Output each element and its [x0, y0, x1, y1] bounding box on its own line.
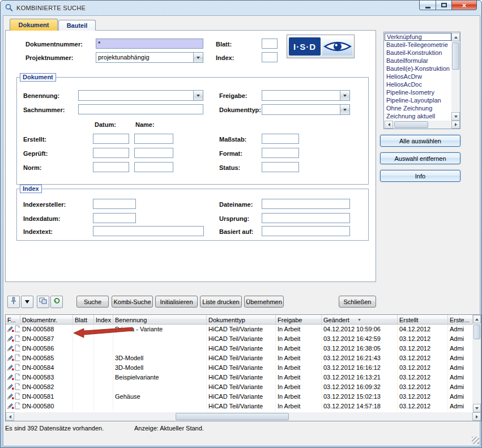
column-header-freigabe[interactable]: Freigabe	[276, 315, 322, 324]
scrollbar-thumb[interactable]	[394, 121, 428, 128]
format-input[interactable]	[262, 148, 299, 158]
freigabe-dropdown-button[interactable]	[340, 91, 349, 100]
sort-descending-icon: ▼	[357, 318, 361, 322]
table-horizontal-scrollbar[interactable]	[6, 412, 481, 421]
liste-drucken-button[interactable]: Liste drucken	[200, 296, 242, 308]
indexersteller-label: Indexersteller:	[23, 201, 66, 208]
benennung-dropdown-button[interactable]	[193, 91, 203, 100]
norm-datum-input[interactable]	[93, 162, 129, 172]
link-type-item[interactable]: Pipeline-Layoutplan	[385, 96, 451, 104]
blatt-input[interactable]	[262, 39, 278, 49]
tab-dokument[interactable]: Dokument	[10, 19, 58, 31]
basiert-auf-input[interactable]	[262, 226, 350, 236]
column-header-erstellt[interactable]: Erstellt	[398, 315, 448, 324]
dateiname-input[interactable]	[262, 199, 350, 209]
scroll-left-button[interactable]	[385, 121, 393, 129]
link-type-item[interactable]: Bauteilformular	[385, 57, 451, 65]
link-type-item[interactable]: Verknüpfung	[385, 33, 451, 41]
initialisieren-button[interactable]: Initialisieren	[155, 296, 198, 308]
result-row-DN-000588[interactable]: DN-000588Prisma - VarianteHiCAD Teil/Var…	[6, 325, 473, 334]
link-type-item[interactable]: Zeichnung aktuell	[385, 112, 451, 120]
auswahl-entfernen-button[interactable]: Auswahl entfernen	[380, 152, 460, 164]
column-header-ersteller[interactable]: Erste...	[448, 315, 473, 324]
projektnummer-dropdown-button[interactable]	[193, 53, 203, 62]
tab-bauteil[interactable]: Bauteil	[58, 20, 96, 31]
listbox-vertical-scrollbar[interactable]	[451, 33, 460, 121]
status-input[interactable]	[262, 162, 299, 172]
minimize-button[interactable]	[419, 1, 436, 10]
erstellt-datum-input[interactable]	[93, 134, 129, 144]
link-type-item[interactable]: Bauteil-Teilegeometrie	[385, 41, 451, 49]
projektnummer-combo[interactable]: projektunabhängig	[96, 52, 203, 63]
index-label: Index:	[216, 54, 234, 61]
scroll-right-button[interactable]	[472, 412, 481, 421]
column-header-geaendert[interactable]: Geändert▼	[322, 315, 398, 324]
cell-ersteller: Admi	[448, 334, 473, 344]
scrollbar-thumb[interactable]	[176, 413, 289, 420]
scroll-down-button[interactable]	[473, 404, 481, 412]
dokumentnummer-input[interactable]	[96, 39, 203, 49]
isd-logo: I·S·D	[287, 35, 355, 58]
column-header-blatt[interactable]: Blatt	[73, 315, 94, 324]
scrollbar-thumb[interactable]	[474, 325, 480, 339]
geprueft-datum-input[interactable]	[93, 148, 129, 158]
column-header-icons[interactable]: F...	[6, 315, 20, 324]
result-row-DN-000582[interactable]: DN-000582HiCAD Teil/VarianteIn Arbeit03.…	[6, 382, 473, 392]
freigabe-combo[interactable]	[262, 90, 350, 101]
result-row-DN-000581[interactable]: DN-000581GehäuseHiCAD Teil/VarianteIn Ar…	[6, 392, 473, 402]
column-header-label: Dokumentnr.	[22, 317, 57, 323]
scroll-down-button[interactable]	[451, 112, 460, 121]
link-type-item[interactable]: HeliosAcDrw	[385, 72, 451, 80]
tab-dokument-label: Dokument	[19, 22, 49, 28]
link-type-item[interactable]: Bauteil-Konstruktion	[385, 49, 451, 57]
ursprung-input[interactable]	[262, 213, 350, 223]
pin-button[interactable]	[7, 296, 20, 308]
indexersteller-input[interactable]	[93, 199, 136, 209]
info-button[interactable]: Info	[380, 170, 460, 182]
view-cards-button[interactable]	[37, 296, 49, 308]
column-header-dokumenttyp[interactable]: Dokumenttyp	[207, 315, 276, 324]
table-vertical-scrollbar[interactable]	[473, 315, 481, 412]
benennung-combo[interactable]	[78, 90, 203, 101]
suche-button[interactable]: Suche	[76, 296, 109, 308]
result-row-DN-000580[interactable]: DN-000580HiCAD Teil/VarianteIn Arbeit03.…	[6, 402, 473, 411]
link-type-item[interactable]: Pipeline-Isometry	[385, 88, 451, 96]
link-type-item[interactable]: Bauteil(e)-Konstruktion	[385, 65, 451, 72]
close-button[interactable]: ×	[452, 1, 477, 10]
massstab-input[interactable]	[262, 134, 299, 144]
geprueft-name-input[interactable]	[134, 148, 173, 158]
link-type-item[interactable]: Ohne Zeichnung	[385, 104, 451, 112]
verknuepfung-listbox[interactable]: VerknüpfungBauteil-TeilegeometrieBauteil…	[383, 32, 460, 129]
listbox-horizontal-scrollbar[interactable]	[385, 121, 460, 129]
scroll-right-button[interactable]	[451, 121, 460, 129]
column-header-benennung[interactable]: Benennung	[113, 315, 207, 324]
refresh-button[interactable]	[50, 296, 63, 308]
scroll-up-button[interactable]	[451, 33, 460, 41]
erstellt-name-input[interactable]	[134, 134, 173, 144]
scroll-up-button[interactable]	[473, 315, 481, 323]
resize-grip[interactable]	[472, 437, 479, 444]
scrollbar-thumb[interactable]	[452, 42, 459, 70]
filter-button[interactable]	[21, 296, 33, 308]
dokumenttyp-combo[interactable]	[262, 104, 350, 115]
maximize-button[interactable]	[436, 1, 452, 10]
result-row-DN-000587[interactable]: DN-000587HiCAD Teil/VarianteIn Arbeit03.…	[6, 334, 473, 344]
index-input[interactable]	[262, 52, 278, 62]
link-type-item[interactable]: HeliosAcDoc	[385, 80, 451, 88]
alle-auswaehlen-button[interactable]: Alle auswählen	[380, 135, 460, 147]
schliessen-button[interactable]: Schließen	[339, 296, 376, 308]
result-row-DN-000583[interactable]: DN-000583BeispielvarianteHiCAD Teil/Vari…	[6, 373, 473, 382]
dokumenttyp-dropdown-button[interactable]	[340, 105, 349, 114]
result-row-DN-000585[interactable]: DN-0005853D-ModellHiCAD Teil/VarianteIn …	[6, 353, 473, 363]
column-header-index[interactable]: Index	[94, 315, 113, 324]
norm-name-input[interactable]	[134, 162, 173, 172]
indexdatum-input[interactable]	[93, 213, 136, 223]
scroll-left-button[interactable]	[6, 412, 14, 421]
kombi-suche-button[interactable]: Kombi-Suche	[112, 296, 153, 308]
indextext-input[interactable]	[93, 226, 204, 236]
uebernehmen-button[interactable]: Übernehmen	[244, 296, 284, 308]
result-row-DN-000584[interactable]: DN-0005843D-ModellHiCAD Teil/VarianteIn …	[6, 363, 473, 373]
result-row-DN-000586[interactable]: DN-000586HiCAD Teil/VarianteIn Arbeit03.…	[6, 344, 473, 353]
column-header-dokumentnr[interactable]: Dokumentnr.	[20, 315, 73, 324]
sachnummer-input[interactable]	[78, 104, 203, 114]
